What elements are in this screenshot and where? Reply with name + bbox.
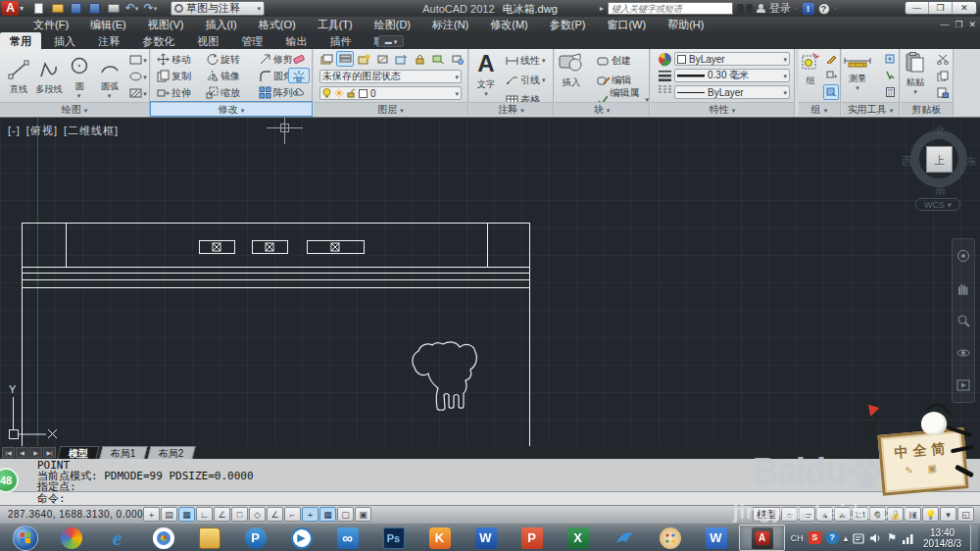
infocenter-collapse-icon[interactable]: ▸ (600, 4, 604, 13)
quick-select-button[interactable] (882, 68, 898, 83)
command-prompt[interactable]: 命令: (0, 491, 980, 505)
measure-tool[interactable]: 测量 ▾ (842, 49, 873, 90)
action-center-icon[interactable] (853, 532, 864, 544)
scale-tool[interactable]: 缩放 (206, 84, 257, 101)
insert-block-tool[interactable]: 插入 (555, 49, 588, 89)
search-binoculars-icon[interactable] (737, 4, 753, 14)
powerpoint-taskbar-icon[interactable]: P (509, 525, 555, 551)
layer-off-button[interactable] (355, 51, 372, 67)
id-point-button[interactable] (882, 51, 898, 67)
application-menu-button[interactable]: A▾ (2, 0, 27, 17)
lineweight-toggle[interactable]: ▦ (319, 507, 336, 522)
plot-button[interactable] (106, 2, 121, 15)
rectangle-tool[interactable]: ▾ (127, 52, 149, 68)
word-taskbar-icon[interactable]: W (463, 525, 509, 551)
viewcube[interactable]: 北 西 东 南 上 (907, 127, 972, 192)
color-dropdown[interactable]: ByLayer▾ (674, 52, 790, 66)
menu-parametric[interactable]: 参数(P) (550, 18, 586, 32)
dynamic-input-toggle[interactable]: ＋ (302, 507, 318, 522)
menu-window[interactable]: 窗口(W) (607, 18, 646, 32)
player-taskbar-icon[interactable]: ▶ (278, 525, 324, 551)
layer-walk-button[interactable] (448, 51, 466, 67)
quick-view-drawings-button[interactable]: ▭ (799, 507, 815, 522)
osnap-toggle[interactable]: □ (231, 507, 248, 522)
block-panel-label[interactable]: 块 ▾ (555, 102, 649, 116)
paint-taskbar-icon[interactable] (647, 525, 693, 551)
start-button[interactable] (2, 525, 48, 551)
ducs-toggle[interactable]: ⌐ (284, 507, 301, 522)
safe360-taskbar-icon[interactable] (48, 525, 94, 551)
quick-view-layouts-button[interactable]: ▱ (781, 507, 798, 522)
first-tab-button[interactable]: |◀ (2, 447, 15, 458)
layer-state-dropdown[interactable]: 未保存的图层状态▾ (319, 70, 462, 83)
menu-format[interactable]: 格式(O) (259, 18, 296, 32)
chevron-down-icon[interactable]: ▾ (795, 6, 799, 11)
viewcube-south[interactable]: 南 (935, 183, 946, 198)
autocad-taskbar-icon[interactable]: A (739, 525, 785, 551)
hidden-icons-chevron[interactable]: ▴ (844, 533, 849, 543)
save-button[interactable] (69, 2, 83, 15)
properties-panel-label[interactable]: 特性 ▾ (651, 102, 794, 116)
polyline-tool[interactable]: 多段线 (33, 56, 64, 96)
explorer-taskbar-icon[interactable] (186, 525, 232, 551)
layer-select-dropdown[interactable]: 0 ▾ (319, 86, 462, 100)
menu-help[interactable]: 帮助(H) (667, 18, 704, 32)
quick-calc-button[interactable] (882, 84, 898, 100)
last-tab-button[interactable]: ▶| (43, 447, 56, 458)
grid-toggle[interactable]: ▦ (178, 507, 195, 522)
move-tool[interactable]: 移动 (157, 51, 204, 68)
arc-tool[interactable]: 圆弧 ▾ (94, 53, 124, 98)
search-input[interactable] (608, 2, 733, 15)
close-button[interactable]: ✕ (953, 2, 976, 15)
baidu-cloud-taskbar-icon[interactable]: ∞ (324, 525, 370, 551)
group-selection-toggle[interactable] (823, 84, 839, 100)
open-button[interactable] (50, 2, 65, 15)
thunder-taskbar-icon[interactable] (601, 525, 647, 551)
signin-button[interactable]: 登录 (769, 1, 791, 16)
circle-tool[interactable]: 圆 ▾ (64, 53, 94, 98)
menu-file[interactable]: 文件(F) (33, 18, 69, 32)
hatch-tool[interactable]: ▾ (127, 85, 149, 101)
viewcube-north[interactable]: 北 (935, 124, 946, 138)
menu-tools[interactable]: 工具(T) (318, 18, 353, 32)
pps-taskbar-icon[interactable]: P (232, 525, 278, 551)
tab-layout1[interactable]: 布局1 (99, 446, 147, 459)
steering-wheel-icon[interactable] (956, 249, 970, 263)
layer-freeze-button[interactable] (392, 51, 410, 67)
viewcube-west[interactable]: 西 (902, 154, 912, 169)
create-block-tool[interactable]: 创建 (597, 52, 649, 69)
toolbar-lock-button[interactable]: 🔒 (887, 507, 904, 522)
doc-restore-button[interactable]: ❐ (955, 20, 962, 29)
clipboard-panel-label[interactable]: 剪贴板 (901, 102, 953, 116)
new-button[interactable] (31, 2, 46, 15)
chevron-down-icon[interactable]: ▾ (834, 6, 838, 11)
zoom-icon[interactable] (956, 314, 970, 327)
tab-layout2[interactable]: 布局2 (147, 446, 195, 459)
draw-panel-label[interactable]: 绘图 ▾ (0, 102, 149, 116)
menu-view[interactable]: 视图(V) (148, 18, 184, 32)
revision-cloud-tool[interactable] (288, 84, 310, 100)
transparency-toggle[interactable]: ▢ (337, 507, 354, 522)
lineweight-dropdown[interactable]: 0.30 毫米▾ (674, 69, 790, 82)
menu-dimension[interactable]: 标注(N) (432, 18, 468, 32)
viewcube-top-face[interactable]: 上 (926, 146, 953, 173)
restore-button[interactable]: ❐ (929, 2, 953, 15)
excel-taskbar-icon[interactable]: X (555, 525, 601, 551)
ellipse-tool[interactable]: ▾ (127, 69, 149, 84)
model-space-button[interactable]: 模型 (753, 507, 780, 522)
group-tool[interactable]: 组 (800, 49, 821, 87)
isolate-objects-button[interactable]: 💡 (922, 507, 939, 522)
menu-draw[interactable]: 绘图(D) (374, 18, 411, 32)
copy-tool[interactable]: 复制 (157, 68, 204, 84)
help-tray-icon[interactable]: ? (826, 531, 839, 544)
layer-match-button[interactable] (429, 51, 447, 67)
explode-tool[interactable] (288, 68, 310, 83)
annotation-panel-label[interactable]: 注释 ▾ (469, 102, 553, 116)
save-as-button[interactable] (87, 2, 102, 15)
mirror-tool[interactable]: 镜像 (206, 68, 257, 84)
annotation-scale-button[interactable]: 1:1 (852, 507, 868, 522)
sogou-ime-icon[interactable]: S (808, 531, 821, 544)
modify-panel-label[interactable]: 修改 ▾ (151, 102, 312, 116)
menu-modify[interactable]: 修改(M) (490, 18, 528, 32)
group-panel-label[interactable]: 组 ▾ (799, 102, 840, 116)
